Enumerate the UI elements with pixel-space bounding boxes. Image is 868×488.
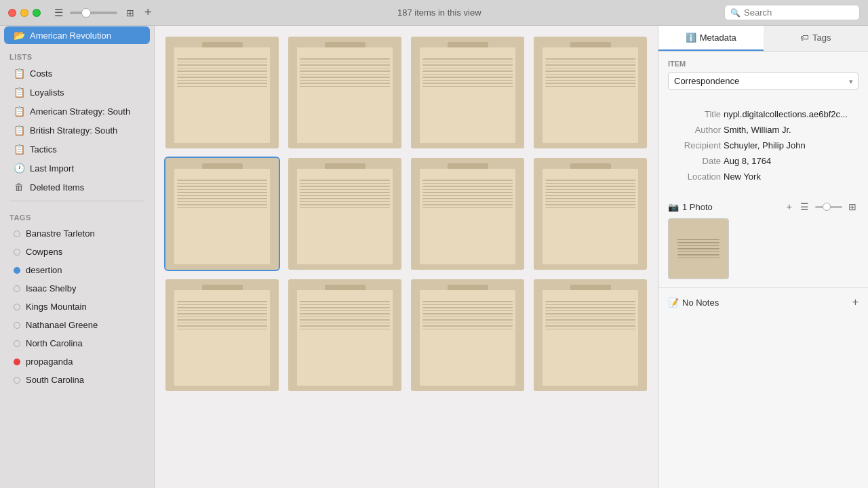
search-input[interactable]: [744, 7, 846, 18]
document-card-6[interactable]: [288, 158, 401, 270]
search-box: 🔍: [724, 5, 860, 20]
add-button[interactable]: +: [142, 4, 155, 21]
doc-line-12-2: [545, 307, 636, 308]
doc-line-4-5: [545, 74, 636, 75]
doc-line-11-2: [422, 307, 513, 308]
sidebar-item-north-carolina[interactable]: North Carolina: [4, 335, 150, 352]
doc-line-4-4: [545, 70, 636, 72]
tab-metadata[interactable]: ℹ️ Metadata: [658, 26, 764, 51]
thumb-line-6: [677, 254, 719, 256]
doc-line-11-4: [422, 313, 513, 314]
type-dropdown[interactable]: Correspondence Letter Document Map Photo: [668, 72, 859, 90]
doc-line-4-1: [545, 62, 636, 63]
doc-line-7-4: [422, 192, 513, 193]
sidebar-item-loyalists[interactable]: 📋 Loyalists: [4, 83, 150, 101]
doc-line-2-0: [300, 58, 391, 60]
document-card-3[interactable]: [411, 37, 524, 148]
sidebar-item-cowpens[interactable]: Cowpens: [4, 243, 150, 260]
photo-add-button[interactable]: +: [785, 201, 794, 213]
document-card-8[interactable]: [534, 158, 647, 270]
sidebar-item-isaac-shelby[interactable]: Isaac Shelby: [4, 280, 150, 297]
notes-add-button[interactable]: +: [852, 296, 859, 308]
traffic-lights: [8, 9, 41, 17]
sidebar-item-nathanael-greene[interactable]: Nathanael Greene: [4, 317, 150, 333]
notes-icon: 📝: [668, 298, 679, 308]
maximize-button[interactable]: [33, 9, 41, 17]
doc-line-6-2: [300, 186, 391, 187]
sidebar-item-american-strategy-south[interactable]: 📋 American Strategy: South: [4, 102, 150, 120]
doc-line-10-4: [300, 313, 391, 314]
document-card-9[interactable]: [165, 279, 279, 391]
zoom-slider-container: [70, 12, 117, 14]
tab-tags[interactable]: 🏷 Tags: [764, 26, 869, 51]
sidebar-item-south-carolina[interactable]: South Carolina: [4, 371, 150, 388]
doc-line-12-4: [545, 313, 636, 314]
grid-view-button[interactable]: ⊞: [123, 6, 138, 20]
sidebar-item-costs[interactable]: 📋 Costs: [4, 64, 150, 82]
doc-image-wrapper-11: [411, 279, 524, 391]
doc-line-10-2: [300, 307, 391, 308]
sidebar-item-desertion[interactable]: desertion: [4, 262, 150, 279]
sidebar: 📂 American Revolution Lists 📋 Costs 📋 Lo…: [0, 26, 155, 488]
document-card-2[interactable]: [288, 37, 401, 148]
sidebar-item-label-north-carolina: North Carolina: [26, 338, 83, 348]
metadata-val-date: Aug 8, 1764: [722, 153, 859, 169]
sidebar-item-kings-mountain[interactable]: Kings Mountain: [4, 298, 150, 315]
doc-line-5-8: [177, 204, 268, 205]
doc-line-6-6: [300, 198, 391, 199]
doc-text-block-12: [545, 298, 636, 384]
metadata-val-author: Smith, William Jr.: [722, 122, 859, 138]
photo-section-header: 📷 1 Photo + ☰ ⊞: [668, 201, 859, 213]
american-revolution-icon: 📂: [14, 30, 24, 41]
doc-line-4-6: [545, 77, 636, 78]
minimize-button[interactable]: [20, 9, 28, 17]
item-section: Item Correspondence Letter Document Map …: [658, 52, 868, 98]
document-card-12[interactable]: [534, 279, 647, 391]
document-card-1[interactable]: [165, 37, 279, 148]
sidebar-item-british-strategy-south[interactable]: 📋 British Strategy: South: [4, 121, 150, 139]
doc-image-wrapper-1: [165, 37, 279, 148]
doc-line-8-5: [545, 195, 636, 197]
document-card-7[interactable]: [411, 158, 524, 270]
sidebar-item-label-british-strategy-south: British Strategy: South: [30, 125, 117, 136]
document-card-11[interactable]: [411, 279, 524, 391]
doc-line-3-4: [422, 70, 513, 72]
doc-line-3-5: [422, 74, 513, 75]
sidebar-item-propaganda[interactable]: propaganda: [4, 353, 150, 370]
sidebar-item-deleted-items[interactable]: 🗑 Deleted Items: [4, 178, 150, 196]
tag-dot-propaganda: [14, 359, 20, 365]
doc-text-block-5: [177, 177, 268, 263]
sidebar-item-label-deleted-items: Deleted Items: [30, 182, 84, 192]
thumb-line-7: [677, 258, 719, 259]
close-button[interactable]: [8, 9, 16, 17]
photo-list-view-button[interactable]: ☰: [798, 201, 811, 213]
tag-dot-south-carolina: [14, 377, 20, 384]
doc-line-1-8: [177, 83, 268, 84]
sidebar-item-last-import[interactable]: 🕐 Last Import: [4, 159, 150, 177]
photo-size-slider[interactable]: [815, 206, 842, 208]
list-view-button[interactable]: ☰: [52, 5, 66, 20]
document-card-4[interactable]: [534, 37, 647, 148]
doc-line-4-0: [545, 58, 636, 60]
main-layout: 📂 American Revolution Lists 📋 Costs 📋 Lo…: [0, 26, 868, 488]
doc-line-11-7: [422, 323, 513, 324]
document-card-10[interactable]: [288, 279, 401, 391]
document-card-5[interactable]: [165, 158, 279, 270]
photo-grid-view-button[interactable]: ⊞: [846, 201, 859, 213]
sidebar-item-label-loyalists: Loyalists: [30, 87, 64, 98]
doc-line-8-6: [545, 198, 636, 199]
doc-line-2-2: [300, 64, 391, 66]
doc-line-5-9: [177, 207, 268, 209]
zoom-slider[interactable]: [70, 12, 117, 14]
sidebar-item-banastre-tarleton[interactable]: Banastre Tarleton: [4, 225, 150, 242]
doc-line-12-7: [545, 323, 636, 324]
photo-thumbnail[interactable]: [668, 218, 729, 279]
doc-line-8-3: [545, 189, 636, 190]
metadata-val-recipient: Schuyler, Philip John: [722, 138, 859, 153]
notes-header: 📝 No Notes +: [668, 296, 859, 308]
tactics-icon: 📋: [14, 144, 24, 155]
right-panel: ℹ️ Metadata 🏷 Tags Item Correspondence L…: [658, 26, 868, 488]
doc-text-block-4: [545, 56, 636, 142]
sidebar-item-tactics[interactable]: 📋 Tactics: [4, 140, 150, 158]
sidebar-item-american-revolution[interactable]: 📂 American Revolution: [4, 26, 150, 44]
